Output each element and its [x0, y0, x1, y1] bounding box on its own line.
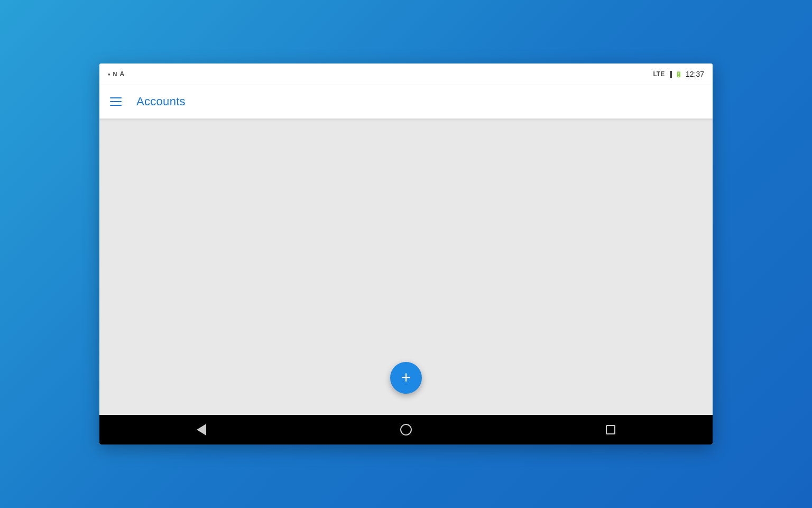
main-content: +	[99, 119, 713, 415]
plus-icon: +	[401, 369, 411, 386]
battery-icon: 🔋	[675, 71, 682, 78]
a-icon: A	[120, 70, 125, 78]
n-icon: N	[113, 71, 117, 77]
page-title: Accounts	[136, 95, 186, 108]
hamburger-line-2	[110, 101, 122, 102]
nav-bar	[99, 415, 713, 444]
back-icon	[197, 424, 206, 436]
status-icons-left: ▪ N A	[108, 70, 124, 78]
hamburger-menu-button[interactable]	[108, 95, 124, 108]
recents-icon	[606, 425, 615, 434]
hamburger-line-1	[110, 97, 122, 98]
status-icons-right: LTE ▐ 🔋 12:37	[653, 70, 704, 78]
home-icon	[400, 424, 412, 436]
app-bar: Accounts	[99, 85, 713, 119]
signal-bars-icon: ▐	[668, 71, 672, 77]
status-bar: ▪ N A LTE ▐ 🔋 12:37	[99, 64, 713, 85]
nav-home-button[interactable]	[390, 419, 422, 440]
nav-recents-button[interactable]	[595, 419, 626, 440]
hamburger-line-3	[110, 105, 122, 106]
device-frame: ▪ N A LTE ▐ 🔋 12:37 Accounts +	[99, 64, 713, 444]
nav-back-button[interactable]	[186, 419, 217, 440]
add-account-fab[interactable]: +	[390, 362, 422, 394]
sd-card-icon: ▪	[108, 70, 110, 78]
status-time: 12:37	[686, 70, 704, 78]
lte-signal-icon: LTE	[653, 70, 665, 78]
